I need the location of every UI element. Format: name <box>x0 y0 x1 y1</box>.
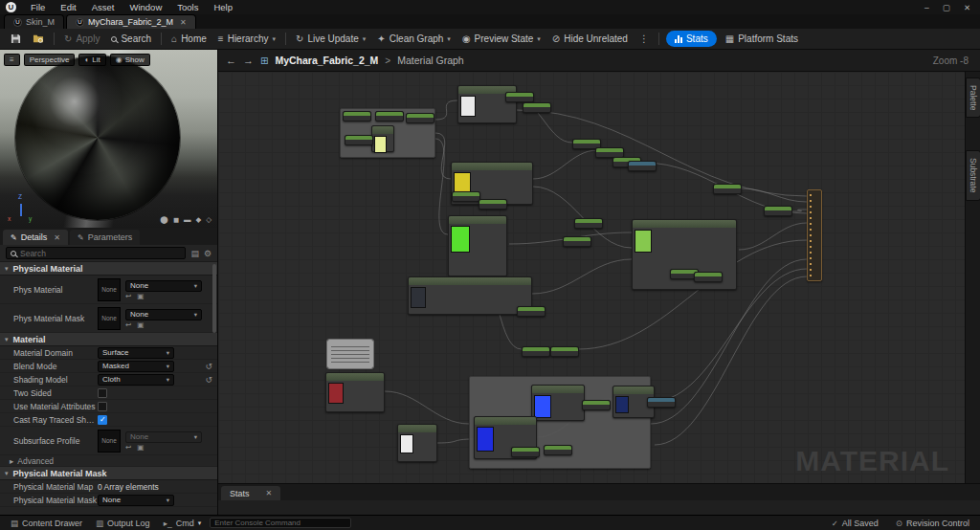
use-selected-icon[interactable]: ↩ <box>125 293 131 299</box>
tab-substrate[interactable]: Substrate <box>966 150 980 200</box>
tab-skin-m[interactable]: U Skin_M <box>4 14 64 29</box>
graph-node-small[interactable] <box>517 306 546 317</box>
graph-node-small[interactable] <box>550 346 579 357</box>
phys-material-thumbnail[interactable]: None <box>98 278 121 301</box>
graph-node-small[interactable] <box>452 191 480 202</box>
lit-mode-button[interactable]: ◐ Lit <box>78 54 105 66</box>
maximize-icon[interactable]: ▢ <box>943 3 950 12</box>
tab-parameters[interactable]: ✎ Parameters <box>70 230 140 245</box>
graph-node-tex[interactable] <box>397 424 437 462</box>
plane-shape-icon[interactable]: ▬ <box>184 215 191 224</box>
tab-palette[interactable]: Palette <box>966 77 980 118</box>
graph-node-small[interactable] <box>523 102 551 113</box>
browse-icon[interactable]: ▣ <box>137 293 144 299</box>
hide-unrelated-button[interactable]: ⊘ Hide Unrelated <box>546 30 634 49</box>
graph-node-small[interactable] <box>694 272 723 282</box>
cast-ray-traced-shadows-checkbox[interactable] <box>98 415 107 425</box>
search-button[interactable]: Search <box>105 30 157 49</box>
browse-icon[interactable]: ▣ <box>137 321 144 328</box>
graph-canvas[interactable]: MATERIAL <box>218 72 965 483</box>
stats-toggle-button[interactable]: Stats <box>666 31 717 47</box>
graph-node-note[interactable] <box>327 340 373 368</box>
graph-node-small[interactable] <box>479 199 507 210</box>
graph-node-small[interactable] <box>764 206 792 216</box>
subsurface-profile-thumbnail[interactable]: None <box>98 430 121 453</box>
home-button[interactable]: ⌂ Home <box>166 30 212 49</box>
graph-node-small[interactable] <box>375 111 404 121</box>
sphere-shape-icon[interactable]: ◼ <box>173 215 179 224</box>
view-options-icon[interactable]: ▤ <box>190 249 199 258</box>
graph-node-small[interactable] <box>522 346 550 357</box>
material-domain-dropdown[interactable]: Surface ▾ <box>98 347 174 359</box>
gear-icon[interactable]: ⚙ <box>204 249 212 258</box>
category-physical-material-mask[interactable]: ▾ Physical Material Mask <box>0 467 217 480</box>
use-material-attributes-checkbox[interactable] <box>98 402 107 411</box>
apply-button[interactable]: ↻ Apply <box>58 30 105 49</box>
hide-unrelated-options-button[interactable]: ⋮ <box>634 30 655 49</box>
cube-shape-icon[interactable]: ◆ <box>195 215 201 224</box>
output-log-button[interactable]: ▥ Output Log <box>91 519 155 528</box>
use-selected-icon[interactable]: ↩ <box>125 444 131 451</box>
viewport-menu-button[interactable]: ≡ <box>4 54 20 66</box>
content-drawer-button[interactable]: ▤ Content Drawer <box>6 519 87 528</box>
custom-mesh-icon[interactable]: ◇ <box>206 215 212 224</box>
tab-close-icon[interactable]: ✕ <box>266 489 273 497</box>
cmd-selector[interactable]: ▸_ Cmd ▾ <box>159 514 207 530</box>
graph-node-small[interactable] <box>343 111 371 121</box>
subsurface-profile-dropdown[interactable]: None ▾ <box>125 431 202 443</box>
tab-close-icon[interactable]: ✕ <box>180 18 187 27</box>
live-update-button[interactable]: ↻ Live Update ▾ <box>290 30 371 49</box>
reset-to-default-icon[interactable]: ↺ <box>205 375 212 385</box>
console-command-input[interactable] <box>210 518 351 528</box>
graph-node-small[interactable] <box>505 92 534 102</box>
menu-edit[interactable]: Edit <box>54 2 82 12</box>
reset-to-default-icon[interactable]: ↺ <box>205 362 212 371</box>
browse-icon[interactable]: ▣ <box>137 444 144 451</box>
details-scrollbar[interactable] <box>212 264 216 333</box>
menu-help[interactable]: Help <box>207 2 239 12</box>
cylinder-shape-icon[interactable]: ⬤ <box>160 215 167 224</box>
save-button[interactable] <box>5 30 27 49</box>
menu-tools[interactable]: Tools <box>170 2 205 12</box>
hierarchy-button[interactable]: ≡ Hierarchy ▾ <box>212 30 281 49</box>
breadcrumb-current[interactable]: Material Graph <box>397 55 463 66</box>
menu-window[interactable]: Window <box>122 2 168 12</box>
graph-node-small[interactable] <box>406 113 434 123</box>
graph-node-smalld[interactable] <box>628 161 657 171</box>
tab-details[interactable]: ✎ Details ✕ <box>3 230 68 245</box>
revision-control-button[interactable]: ⊙ Revision Control <box>891 519 974 528</box>
shading-model-dropdown[interactable]: Cloth ▾ <box>98 374 174 386</box>
perspective-button[interactable]: Perspective <box>24 54 76 66</box>
two-sided-checkbox[interactable] <box>98 388 107 398</box>
phys-material-mask-thumbnail[interactable]: None <box>98 307 121 330</box>
graph-node-small[interactable] <box>511 447 540 457</box>
graph-node-tex[interactable] <box>531 385 585 421</box>
close-icon[interactable]: ✕ <box>964 3 970 12</box>
category-physical-material[interactable]: ▾ Physical Material <box>0 262 217 276</box>
details-search-input[interactable] <box>20 249 181 258</box>
graph-node-small[interactable] <box>582 400 611 410</box>
blend-mode-dropdown[interactable]: Masked ▾ <box>98 361 174 372</box>
phys-material-mask-dropdown[interactable]: None ▾ <box>125 309 202 320</box>
nav-back-icon[interactable]: ← <box>226 55 236 66</box>
graph-node-small[interactable] <box>544 445 572 455</box>
tab-close-icon[interactable]: ✕ <box>54 233 60 242</box>
breadcrumb-root[interactable]: MyChara_Fabric_2_M <box>275 55 378 66</box>
graph-node-tex[interactable] <box>325 372 385 412</box>
nav-forward-icon[interactable]: → <box>243 55 254 66</box>
menu-asset[interactable]: Asset <box>85 2 122 12</box>
graph-node-output[interactable] <box>807 189 822 281</box>
graph-node-small[interactable] <box>713 184 742 194</box>
menu-file[interactable]: File <box>24 2 52 12</box>
graph-node-tex[interactable] <box>408 276 532 315</box>
preview-state-button[interactable]: ◉ Preview State ▾ <box>457 30 546 49</box>
tab-mychara-fabric[interactable]: U MyChara_Fabric_2_M ✕ <box>66 14 196 29</box>
graph-node-small[interactable] <box>563 236 591 247</box>
preview-viewport[interactable]: ≡ Perspective ◐ Lit ◉ Show Z <box>0 50 217 228</box>
use-selected-icon[interactable]: ↩ <box>125 321 131 328</box>
graph-node-small[interactable] <box>574 218 603 229</box>
details-search-box[interactable] <box>6 247 186 259</box>
category-material[interactable]: ▾ Material <box>0 333 217 346</box>
unreal-logo-icon[interactable]: U <box>6 2 16 12</box>
physical-material-mask-dropdown[interactable]: None ▾ <box>98 495 174 506</box>
